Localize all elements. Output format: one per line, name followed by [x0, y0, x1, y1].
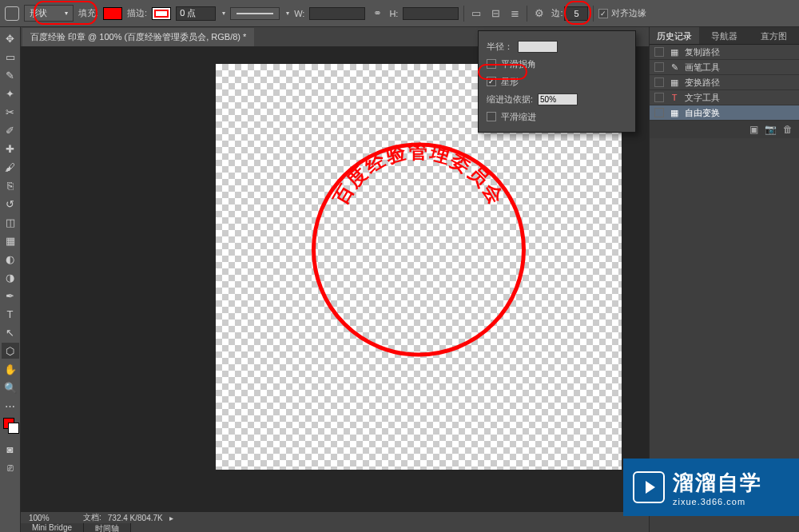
width-field[interactable]	[309, 7, 365, 20]
brush-icon: ✎	[669, 62, 680, 73]
eraser-tool[interactable]: ◫	[2, 214, 19, 230]
zoom-level[interactable]: 100%	[29, 514, 77, 522]
zoom-tool[interactable]: 🔍	[2, 379, 19, 395]
stroke-label: 描边:	[127, 7, 147, 19]
dodge-tool[interactable]: ◑	[2, 269, 19, 285]
blur-tool[interactable]: ◐	[2, 251, 19, 267]
lasso-tool[interactable]: ✎	[2, 67, 19, 83]
stroke-swatch[interactable]	[152, 7, 171, 20]
tool-mode-dropdown[interactable]: 形状 ▾	[24, 5, 74, 22]
tab-histogram[interactable]: 直方图	[749, 27, 799, 44]
seal-arc-text: 百度经验管理委员会	[323, 151, 515, 343]
eyedropper-tool[interactable]: ✐	[2, 122, 19, 138]
path-ops-icon[interactable]: ▭	[469, 6, 483, 21]
fill-label: 填充:	[78, 7, 98, 19]
smooth-corners-checkbox[interactable]: 平滑拐角	[487, 55, 627, 73]
smooth-indent-checkbox[interactable]: 平滑缩进	[487, 108, 627, 125]
chevron-right-icon[interactable]: ▸	[169, 514, 173, 522]
watermark-logo-icon	[633, 471, 665, 503]
new-snapshot-icon[interactable]: ▣	[749, 124, 758, 135]
stamp-tool[interactable]: ⎘	[2, 177, 19, 193]
polygon-tool-icon[interactable]	[5, 6, 19, 21]
pen-tool[interactable]: ✒	[2, 288, 19, 304]
chevron-down-icon: ▾	[65, 10, 68, 17]
document-title: 百度经验 印章 @ 100% (百度经验管理委员会, RGB/8) *	[30, 32, 246, 42]
shape-tool[interactable]: ⬡	[2, 343, 19, 359]
tool-mode-label: 形状	[30, 7, 47, 19]
transform-icon: ▦	[669, 108, 680, 118]
tab-mini-bridge[interactable]: Mini Bridge	[21, 523, 84, 532]
align-icon[interactable]: ⊟	[488, 6, 503, 21]
type-icon: T	[669, 93, 680, 102]
history-label: 自由变换	[685, 107, 720, 119]
link-wh-icon[interactable]: ⚭	[370, 6, 384, 21]
panels-dock: 历史记录 导航器 直方图 ▦ 复制路径 ✎ 画笔工具 ▦ 变换路径 T 文字工具…	[649, 27, 799, 532]
history-vis-toggle[interactable]	[654, 47, 664, 57]
type-tool[interactable]: T	[2, 306, 19, 322]
edit-toolbar[interactable]: ⋯	[2, 398, 19, 414]
path-select-tool[interactable]: ↖	[2, 324, 19, 340]
move-tool[interactable]: ✥	[2, 30, 19, 46]
history-label: 文字工具	[685, 92, 720, 104]
history-vis-toggle[interactable]	[654, 93, 664, 102]
hand-tool[interactable]: ✋	[2, 361, 19, 377]
history-item[interactable]: T 文字工具	[650, 90, 799, 105]
history-list: ▦ 复制路径 ✎ 画笔工具 ▦ 变换路径 T 文字工具 ▦ 自由变换	[650, 45, 799, 121]
camera-icon[interactable]: 📷	[765, 124, 777, 135]
heal-tool[interactable]: ✚	[2, 141, 19, 157]
history-vis-toggle[interactable]	[654, 108, 664, 117]
brush-tool[interactable]: 🖌	[2, 159, 19, 175]
height-field[interactable]	[403, 7, 459, 20]
chevron-down-icon[interactable]: ▾	[222, 10, 225, 17]
history-brush-tool[interactable]: ↺	[2, 196, 19, 212]
color-swatches[interactable]	[2, 416, 19, 439]
panel-tabs: 历史记录 导航器 直方图	[650, 27, 799, 45]
gradient-tool[interactable]: ▦	[2, 232, 19, 248]
history-vis-toggle[interactable]	[654, 77, 664, 87]
stroke-style-dropdown[interactable]	[230, 7, 280, 20]
tab-timeline[interactable]: 时间轴	[84, 523, 131, 532]
align-edges-checkbox[interactable]: ✓ 对齐边缘	[598, 7, 646, 19]
crop-tool[interactable]: ✂	[2, 104, 19, 120]
indent-label: 缩进边依据:	[487, 93, 533, 105]
radius-label: 半径：	[487, 41, 513, 53]
arrange-icon[interactable]: ≣	[507, 6, 522, 21]
fill-swatch[interactable]	[103, 7, 122, 20]
history-item[interactable]: ▦ 自由变换	[650, 105, 799, 121]
separator	[527, 6, 527, 22]
screenmode-tool[interactable]: ⎚	[2, 459, 19, 475]
gear-icon[interactable]: ⚙	[532, 6, 547, 21]
background-color[interactable]	[8, 423, 19, 434]
history-item[interactable]: ▦ 变换路径	[650, 75, 799, 90]
document-tab[interactable]: 百度经验 印章 @ 100% (百度经验管理委员会, RGB/8) *	[22, 28, 254, 46]
options-bar: 形状 ▾ 填充: 描边: ▾ ▾ W: ⚭ H: ▭ ⊟ ≣ ⚙ 边: ✓ 对齐…	[0, 0, 799, 27]
sides-field[interactable]	[564, 6, 588, 21]
wand-tool[interactable]: ✦	[2, 85, 19, 101]
history-item[interactable]: ▦ 复制路径	[650, 45, 799, 60]
trash-icon[interactable]: 🗑	[783, 124, 793, 135]
height-label: H:	[389, 9, 398, 18]
arc-text-content: 百度经验管理委员会	[330, 141, 507, 208]
history-item[interactable]: ✎ 画笔工具	[650, 60, 799, 75]
watermark-url: zixue.3d66.com	[673, 497, 762, 506]
history-label: 复制路径	[685, 46, 720, 58]
tool-palette: ✥ ▭ ✎ ✦ ✂ ✐ ✚ 🖌 ⎘ ↺ ◫ ▦ ◐ ◑ ✒ T ↖ ⬡ ✋ 🔍 …	[0, 27, 21, 532]
history-footer: ▣ 📷 🗑	[650, 121, 799, 138]
stroke-width-field[interactable]	[176, 6, 216, 21]
separator	[593, 6, 594, 22]
history-vis-toggle[interactable]	[654, 62, 664, 72]
tab-navigator[interactable]: 导航器	[699, 27, 749, 44]
marquee-tool[interactable]: ▭	[2, 49, 19, 65]
chevron-down-icon[interactable]: ▾	[286, 10, 289, 17]
polygon-settings-popup: 半径： 平滑拐角 星形 缩进边依据: 平滑缩进	[478, 30, 636, 133]
star-checkbox[interactable]: 星形	[487, 73, 627, 90]
sides-label: 边:	[551, 7, 562, 19]
watermark-title: 溜溜自学	[673, 469, 762, 497]
smooth-corners-label: 平滑拐角	[501, 58, 536, 70]
tab-history[interactable]: 历史记录	[650, 27, 699, 44]
path-icon: ▦	[669, 47, 680, 58]
quickmask-tool[interactable]: ◙	[2, 441, 19, 457]
radius-field[interactable]	[518, 41, 558, 53]
indent-field[interactable]	[538, 93, 578, 105]
status-bar: 100% 文档: 732.4 K/804.7K ▸ Mini Bridge 时间…	[21, 511, 649, 532]
